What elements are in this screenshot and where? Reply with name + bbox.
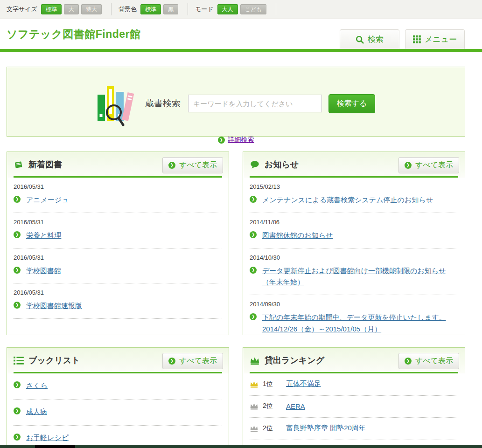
- booklist-link[interactable]: さくら: [26, 381, 48, 389]
- booklist-link[interactable]: 成人病: [26, 407, 47, 415]
- arrow-circle-icon: [405, 162, 412, 169]
- arrow-circle-icon: [250, 196, 257, 203]
- item-date: 2016/05/31: [14, 183, 222, 190]
- header-menu-button[interactable]: メニュー: [405, 29, 465, 49]
- list-item: 成人病: [14, 400, 222, 426]
- background-color-group: 背景色 標準 黒: [119, 4, 181, 14]
- header-menu-label: メニュー: [425, 34, 457, 45]
- arrow-circle-icon: [168, 162, 175, 169]
- list-icon: [14, 356, 24, 365]
- panel-title: お知らせ: [265, 159, 299, 170]
- new-books-show-all-button[interactable]: すべて表示: [162, 157, 223, 173]
- content-panels: 新着図書 すべて表示 2016/05/31 アニメージュ 2016/05/31: [7, 152, 465, 448]
- speech-bubble-icon: [250, 160, 260, 170]
- footer-strip-segment: [35, 445, 75, 448]
- ranking-row: 2位 AERA: [250, 396, 458, 418]
- item-date: 2014/09/30: [250, 301, 458, 308]
- font-size-standard-button[interactable]: 標準: [41, 4, 62, 14]
- background-color-label: 背景色: [119, 5, 137, 14]
- panel-title: 新着図書: [28, 159, 62, 170]
- catalog-search-label: 蔵書検索: [145, 97, 181, 110]
- list-item: 2014/09/30 下記の年末年始の期間中、データ更新を停止いたします。201…: [250, 295, 458, 335]
- arrow-circle-icon: [14, 407, 21, 414]
- silver-crown-icon: [250, 425, 258, 432]
- mode-adult-button[interactable]: 大人: [217, 4, 238, 14]
- item-date: 2015/02/13: [250, 183, 458, 190]
- panel-news: お知らせ すべて表示 2015/02/13 メンテナンスによる蔵書検索システム停…: [243, 152, 465, 335]
- mode-label: モード: [195, 5, 214, 14]
- list-item: さくら: [14, 373, 222, 400]
- grid-menu-icon: [413, 35, 421, 43]
- panel-rule: [250, 176, 458, 178]
- list-item: 2016/05/31 アニメージュ: [14, 178, 222, 213]
- item-date: 2014/10/30: [250, 254, 458, 261]
- rank-label: 1位: [263, 380, 280, 388]
- news-link[interactable]: データ更新停止および図書館向け一部機能制限のお知らせ（年末年始）: [262, 267, 446, 286]
- rank-label: 2位: [263, 402, 280, 410]
- item-date: 2014/11/06: [250, 219, 458, 226]
- panel-rule: [14, 372, 222, 373]
- divider: [188, 3, 188, 15]
- item-date: 2016/05/31: [14, 219, 222, 226]
- new-book-link[interactable]: アニメージュ: [26, 196, 69, 204]
- list-item: 2015/02/13 メンテナンスによる蔵書検索システム停止のお知らせ: [250, 178, 458, 213]
- list-item: 2014/10/30 データ更新停止および図書館向け一部機能制限のお知らせ（年末…: [250, 248, 458, 296]
- catalog-search-submit-button[interactable]: 検索する: [328, 94, 375, 113]
- arrow-circle-icon: [405, 358, 412, 365]
- books-magnifier-icon: [97, 82, 136, 128]
- list-item: 2016/05/31 学校図書館: [14, 248, 222, 284]
- new-book-link[interactable]: 学校図書館速報版: [26, 302, 82, 310]
- new-book-link[interactable]: 栄養と料理: [26, 231, 61, 239]
- bg-standard-button[interactable]: 標準: [140, 4, 161, 14]
- rank-label: 2位: [263, 424, 280, 433]
- book-icon: [14, 160, 24, 170]
- new-book-link[interactable]: 学校図書館: [26, 267, 61, 275]
- arrow-circle-icon: [14, 434, 21, 441]
- arrow-circle-icon: [168, 358, 175, 365]
- accessibility-bar: 文字サイズ 標準 大 特大 背景色 標準 黒 モード 大人 こども: [0, 0, 482, 19]
- crown-icon: [250, 356, 260, 365]
- panel-new-books: 新着図書 すべて表示 2016/05/31 アニメージュ 2016/05/31: [7, 152, 229, 335]
- silver-crown-icon: [250, 402, 258, 410]
- ranking-link[interactable]: 富良野塾序章 開塾20周年: [286, 424, 366, 433]
- arrow-circle-icon: [14, 196, 21, 203]
- booklist-link[interactable]: お手軽レシピ: [26, 434, 69, 441]
- news-link[interactable]: 下記の年末年始の期間中、データ更新を停止いたします。2014/12/26（金）～…: [262, 313, 446, 333]
- arrow-circle-icon: [250, 267, 257, 274]
- mode-group: モード 大人 こども: [195, 4, 269, 14]
- panel-booklist: ブックリスト すべて表示 さくら 成人病: [7, 347, 229, 448]
- footer-strip: [0, 445, 482, 448]
- list-item: 2014/11/06 図書館休館のお知らせ: [250, 213, 458, 248]
- ranking-row: 1位 五体不満足: [250, 373, 458, 396]
- library-homepage: 文字サイズ 標準 大 特大 背景色 標準 黒 モード 大人 こども ソフテック図…: [0, 0, 482, 448]
- mode-kids-button[interactable]: こども: [240, 4, 267, 14]
- news-show-all-button[interactable]: すべて表示: [398, 157, 459, 173]
- panel-ranking: 貸出ランキング すべて表示 1位 五体不満足: [243, 347, 465, 448]
- list-item: 2016/05/31 栄養と料理: [14, 213, 222, 248]
- ranking-link[interactable]: 五体不満足: [286, 379, 321, 388]
- site-title: ソフテック図書館Finder館: [7, 27, 140, 41]
- font-size-label: 文字サイズ: [7, 5, 37, 14]
- header-search-button[interactable]: 検索: [340, 29, 399, 49]
- arrow-circle-icon: [250, 231, 257, 238]
- ranking-row: 2位 富良野塾序章 開塾20周年: [250, 418, 458, 440]
- header-search-label: 検索: [368, 34, 384, 45]
- advanced-search-link[interactable]: 詳細検索: [228, 136, 254, 144]
- catalog-search-input[interactable]: [188, 95, 322, 112]
- booklist-show-all-button[interactable]: すべて表示: [162, 353, 223, 369]
- item-date: 2016/05/31: [14, 254, 222, 261]
- bg-black-button[interactable]: 黒: [163, 4, 178, 14]
- arrow-circle-icon: [14, 302, 21, 309]
- font-size-xlarge-button[interactable]: 特大: [81, 4, 102, 14]
- news-link[interactable]: 図書館休館のお知らせ: [262, 231, 333, 239]
- arrow-circle-icon: [14, 381, 21, 388]
- ranking-link[interactable]: AERA: [286, 402, 305, 410]
- panel-rule: [250, 372, 458, 373]
- arrow-circle-icon: [14, 231, 21, 238]
- font-size-large-button[interactable]: 大: [64, 4, 79, 14]
- ranking-show-all-button[interactable]: すべて表示: [398, 353, 459, 369]
- news-link[interactable]: メンテナンスによる蔵書検索システム停止のお知らせ: [262, 196, 433, 204]
- panel-title: 貸出ランキング: [265, 355, 324, 366]
- arrow-circle-icon: [14, 267, 21, 274]
- list-item: 2016/05/31 学校図書館速報版: [14, 283, 222, 319]
